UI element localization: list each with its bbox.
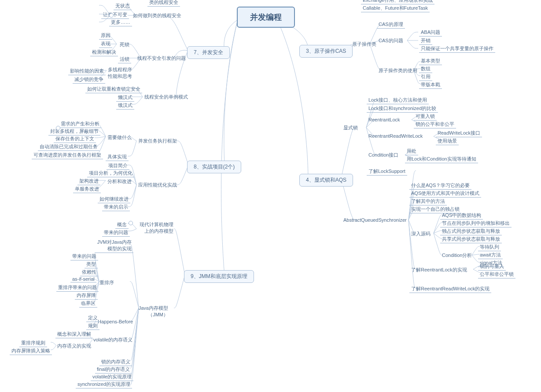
leaf-lock-api: Lock接口、核心方法和使用 (367, 96, 429, 104)
branch-task-framework: 并发任务执行框架 (136, 137, 179, 145)
branch-atomic-usage: 原子操作类的使用 (377, 67, 419, 74)
branch-hb: Happens-Before (96, 319, 135, 325)
leaf-eager: 饿汉式 (116, 102, 134, 110)
leaf-aqs-excl: 独占式同步状态获取与释放 (440, 227, 502, 235)
leaf-aqs-queue: 节点在同步队列中的增加和移出 (440, 220, 512, 227)
leaf-hb-rule: 规则 (86, 322, 99, 330)
leaf-progress: 可查询进度的并发任务执行框架 (32, 151, 103, 159)
leaf-versioned: 带版本戳 (419, 81, 442, 89)
expand-dot-icon[interactable] (56, 126, 60, 130)
leaf-locksupport: 了解LockSupport (367, 168, 407, 176)
leaf-behavior: 表现 (99, 40, 112, 48)
leaf-svc: 单服务改进 (73, 185, 101, 193)
leaf-immutable: 让类不可变 (101, 11, 129, 19)
leaf-lesson: 带来的启示 (102, 203, 130, 211)
leaf-ro-issue2: 重排序带来的问题 (56, 284, 99, 292)
leaf-livelock: 活锁 (118, 55, 131, 63)
leaf-barrier: 内存屏障 (75, 292, 98, 300)
leaf-perf-factors: 影响性能的因素 (68, 67, 106, 75)
branch-how-safe: 如何做到类的线程安全 (131, 12, 183, 19)
branch-cond-analysis: Condition分析 (440, 252, 474, 259)
leaf-lazy: 懒汉式 (116, 94, 134, 102)
leaf-fair-lock: 公平和非公平锁 (478, 271, 515, 278)
leaf-wait-queue: 等待队列 (478, 243, 501, 251)
leaf-concept: 概念 (115, 221, 129, 229)
leaf-await: await方法 (478, 251, 503, 259)
leaf-issue: 带来的问题 (102, 229, 130, 237)
expand-dot-icon[interactable] (109, 13, 114, 18)
branch-atomic-class: 原子操作类 (350, 40, 378, 48)
leaf-aqs-shared: 共享式同步状态获取与释放 (440, 235, 502, 243)
branch-need-what: 需要做什么 (106, 134, 133, 141)
leaf-condition-wait: 用Lock和Condition实现等待通知 (405, 155, 478, 163)
leaf-array: 数组 (419, 65, 432, 73)
branch-aqs: AbstractQueuedSynchronizer (342, 217, 409, 223)
branch-unsafe-issues: 线程不安全引发的问题 (136, 55, 188, 62)
leaf-sync-impl: synchronized的实现原理 (76, 381, 132, 388)
leaf-barrier-ins: 内存屏障插入策略 (10, 347, 52, 355)
leaf-why: 项目分析，为何优化 (87, 169, 134, 177)
leaf-reentrant: 可重入锁 (414, 113, 437, 121)
branch-explicit-lock: 显式锁 (342, 124, 360, 132)
branch-reorder: 重排序 (98, 279, 116, 286)
leaf-reduce-contention: 减少锁的竞争 (73, 76, 105, 84)
sub-9[interactable]: 9、JMM和底层实现原理 (184, 270, 254, 283)
leaf-ro-dep: 依赖性 (80, 268, 98, 276)
leaf-dcl: 如何让双重检查锁定安全 (85, 85, 142, 93)
leaf-rrwl-impl: 了解ReentrantReadWriteLock的实现 (409, 285, 491, 293)
leaf-condition-use: 用处 (405, 147, 418, 155)
branch-analyze: 分析和改进 (106, 178, 133, 185)
expand-dot-icon[interactable] (129, 221, 133, 225)
leaf-ctx: 保存任务的上下文 (54, 135, 96, 143)
leaf-final-mem: final的内存语义 (95, 366, 132, 374)
leaf-detect: 检测和解决 (90, 48, 118, 56)
leaf-stateless: 无状态 (114, 2, 132, 10)
leaf-reason: 原因 (99, 32, 112, 40)
branch-deep-source: 深入源码 (409, 230, 432, 238)
leaf-aqs-methods: 了解其中的方法 (409, 198, 447, 205)
leaf-arch: 架构改进 (77, 177, 100, 185)
leaf-continue: 如何继续改进 (98, 195, 130, 203)
branch-perf: 多线程程序性能和思考 (106, 66, 134, 80)
branch-jmm: Java内存模型（JMM） (136, 304, 170, 319)
leaf-rw-interface: ReadWriteLock接口 (436, 129, 482, 137)
leaf-lock-mem: 锁的内存语义 (99, 358, 132, 366)
leaf-overhead: 开销 (419, 37, 432, 45)
branch-perf-opt: 应用性能优化实战 (136, 181, 179, 189)
leaf-vol-impl: volatile的实现原理 (91, 373, 133, 381)
branch-rl-impl: 了解ReentrantLock的实现 (409, 266, 469, 274)
branch-reentrantlock: ReentrantLock (367, 117, 402, 123)
leaf-concrete: 具体实现 (106, 153, 129, 161)
leaf-callable: Callable、Future和FutureTask (361, 4, 430, 12)
leaf-jvm-impl: JVM对Java内存模型的实现 (95, 238, 133, 253)
branch-deadlock: 死锁 (118, 41, 131, 48)
sub-3[interactable]: 3、原子操作CAS (299, 45, 353, 58)
branch-phys-mem: 现代计算机物理上的内存模型 (136, 221, 175, 235)
leaf-single-var: 只能保证一个共享变量的原子操作 (419, 45, 495, 53)
leaf-what-aqs: 什么是AQS？学习它的必要 (409, 182, 471, 190)
leaf-intro: 项目简介 (107, 162, 129, 170)
branch-condition: Condition接口 (367, 151, 400, 159)
branch-rwlock: ReentrantReadWriteLock (367, 133, 424, 139)
leaf-exchange: Exchange作用、应用场景和实战 (361, 0, 434, 4)
leaf-fair-unfair: 锁的公平和非公平 (414, 121, 456, 128)
leaf-ro-issue: 带来的问题 (70, 253, 98, 260)
root-node[interactable]: 并发编程 (237, 7, 295, 28)
leaf-aqs-pattern: AQS使用方式和其中的设计模式 (409, 190, 481, 198)
leaf-ref: 引用 (419, 73, 432, 81)
leaf-lock-vs-sync: Lock接口和synchronized的比较 (367, 105, 438, 113)
leaf-class-safe: 类的线程安全 (147, 0, 180, 7)
branch-volatile: volatile的内存语义 (92, 336, 134, 344)
branch-mem-impl: 内存语义的实现 (55, 342, 93, 350)
leaf-auto-clean: 自动清除已完成和过期任务 (38, 143, 99, 151)
leaf-vol-concept: 概念和深入理解 (55, 330, 93, 338)
branch-singleton: 线程安全的单例模式 (143, 93, 190, 101)
leaf-cas-principle: CAS的原理 (377, 21, 405, 29)
sub-4[interactable]: 4、显式锁和AQS (299, 174, 353, 187)
leaf-hb-def: 定义 (86, 314, 99, 322)
sub-8[interactable]: 8、实战项目(2个) (187, 161, 241, 173)
leaf-req: 需求的产生和分析 (59, 120, 101, 128)
leaf-lock-reenter: 锁的可重入 (478, 263, 506, 271)
sub-7[interactable]: 7、并发安全 (187, 46, 230, 59)
leaf-ro-type: 类型 (85, 260, 98, 268)
